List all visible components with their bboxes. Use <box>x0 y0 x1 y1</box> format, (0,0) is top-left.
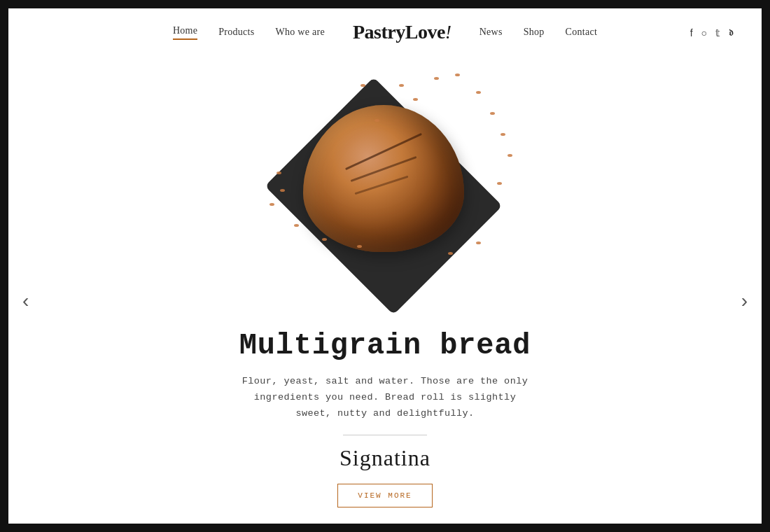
nav-who-we-are[interactable]: Who we are <box>276 27 325 38</box>
product-description: Flour, yeast, salt and water. Those are … <box>238 374 532 422</box>
signature-area: Signatina <box>238 445 532 471</box>
product-title: Multigrain bread <box>238 329 532 363</box>
seed <box>294 224 299 227</box>
nav-shop[interactable]: Shop <box>524 27 545 38</box>
seed <box>399 84 404 87</box>
main-content: Multigrain bread Flour, yeast, salt and … <box>8 56 762 522</box>
prev-arrow[interactable]: ‹ <box>22 290 29 312</box>
bread-score-2 <box>351 156 417 182</box>
nav-contact[interactable]: Contact <box>566 27 598 38</box>
hero-text: Multigrain bread Flour, yeast, salt and … <box>210 322 560 522</box>
brand-name: PastryLove <box>353 21 445 43</box>
seed <box>497 182 502 185</box>
seed <box>357 245 362 248</box>
seed <box>374 119 379 122</box>
seed <box>507 154 512 157</box>
nav-home[interactable]: Home <box>173 25 197 40</box>
seed <box>413 98 418 101</box>
facebook-icon[interactable]: f <box>690 27 693 38</box>
seed <box>455 74 460 76</box>
seed <box>280 189 285 192</box>
nav-left: Home Products Who we are <box>173 25 325 40</box>
seed <box>476 241 481 244</box>
seed <box>270 203 274 206</box>
nav-products[interactable]: Products <box>218 27 254 38</box>
seed <box>322 238 327 241</box>
nav-news[interactable]: News <box>479 27 503 38</box>
seed <box>500 133 505 136</box>
view-more-button[interactable]: VIEW MORE <box>337 484 432 507</box>
seed <box>276 172 281 174</box>
seed <box>434 77 439 80</box>
instagram-icon[interactable]: ○ <box>701 27 707 38</box>
nav-right: News Shop Contact <box>479 27 597 38</box>
seed <box>448 252 453 255</box>
seed <box>476 91 481 94</box>
bread-score-3 <box>354 176 408 195</box>
twitter-icon[interactable]: 𝕥 <box>715 27 720 38</box>
hero-image-area <box>8 56 762 322</box>
brand-exclamation: ! <box>445 21 451 43</box>
pinterest-icon[interactable]: 𝖉 <box>729 27 734 38</box>
bread-score-1 <box>345 133 422 170</box>
seed <box>360 84 365 87</box>
social-icons: f ○ 𝕥 𝖉 <box>690 27 734 38</box>
brand-logo[interactable]: PastryLove! <box>353 21 451 43</box>
next-arrow[interactable]: › <box>741 290 748 312</box>
signature: Signatina <box>340 445 430 470</box>
bread-scene <box>238 63 532 315</box>
divider <box>343 435 427 435</box>
seed <box>490 112 495 115</box>
navbar: Home Products Who we are PastryLove! New… <box>8 8 762 56</box>
